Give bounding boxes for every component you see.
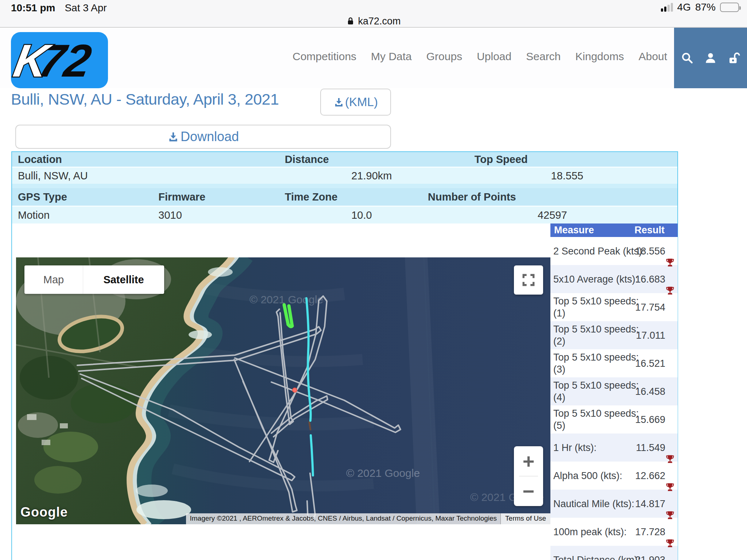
map-type-toggle: Map Satellite [24,265,164,294]
nav-kingdoms[interactable]: Kingdoms [575,50,624,63]
zoom-out-button[interactable]: − [514,477,543,506]
url-text: ka72.com [358,16,400,27]
kml-download-button[interactable]: (KML) [320,89,391,116]
google-map[interactable]: © 2021 Google © 2021 Google © 2021 Googl… [16,257,550,524]
ipad-status-chrome: 10:51 pm Sat 3 Apr 4G 87% ka72.com [0,0,747,28]
info-header-row-2: GPS Type Firmware Time Zone Number of Po… [12,188,677,206]
map-attribution: Imagery ©2021 , AEROmetrex & Jacobs, CNE… [186,513,550,524]
zoom-in-button[interactable]: + [514,446,543,476]
network-type: 4G [677,1,691,13]
trophy-icon[interactable] [665,286,676,297]
nav-competitions[interactable]: Competitions [293,50,356,63]
trophy-icon[interactable] [665,454,676,465]
firmware-value: 3010 [158,209,182,221]
satellite-view-button[interactable]: Satellite [83,265,164,294]
track-marker-dot [293,388,297,392]
col-distance-header: Distance [285,153,329,166]
distance-value: 21.90km [351,170,392,182]
col-location-header: Location [18,153,62,166]
user-account-icon[interactable] [704,51,717,65]
download-icon [333,97,344,108]
trophy-icon[interactable] [665,538,676,549]
col-points-header: Number of Points [428,191,516,203]
measure-row-100m-peak: 100m peak (kts): 17.728 [550,518,678,546]
satellite-imagery: © 2021 Google © 2021 Google © 2021 Googl… [16,257,550,524]
download-button[interactable]: Download [15,125,391,149]
measure-row-total-distance: Total Distance (km): 21.903 [550,546,678,560]
measure-row-top5-1: Top 5 5x10 speeds: (1) 17.754 [550,293,678,321]
fullscreen-button[interactable] [514,265,543,295]
date: Sat 3 Apr [65,2,107,14]
col-topspeed-header: Top Speed [475,153,528,166]
measure-column-header: Measure [550,225,594,236]
timezone-value: 10.0 [351,209,372,221]
battery-icon [720,3,739,12]
gpstype-value: Motion [18,209,50,221]
svg-text:© 2021 Google: © 2021 Google [346,467,420,479]
battery-percent: 87% [695,1,716,13]
trophy-icon[interactable] [665,482,676,493]
info-value-row-2: Motion 3010 10.0 42597 [12,207,677,223]
session-info-table: Location Distance Top Speed Bulli, NSW, … [12,152,677,223]
google-logo[interactable]: Google [20,505,68,520]
page-title: Bulli, NSW, AU - Saturday, April 3, 2021 [11,90,279,108]
topspeed-value: 18.555 [551,170,583,182]
col-timezone-header: Time Zone [285,191,338,203]
nav-my-data[interactable]: My Data [371,50,412,63]
map-zoom-control: + − [514,446,543,506]
unlock-icon[interactable] [727,51,740,65]
ssl-lock-icon [346,16,355,26]
main-navigation: Competitions My Data Groups Upload Searc… [293,50,667,63]
terms-of-use-link[interactable]: Terms of Use [500,513,550,524]
measure-row-top5-4: Top 5 5x10 speeds: (4) 16.458 [550,377,678,405]
browser-address-bar[interactable]: ka72.com [0,15,747,28]
measure-row-1hr: 1 Hr (kts): 11.549 [550,433,678,462]
map-column: © 2021 Google © 2021 Google © 2021 Googl… [12,223,550,524]
measure-row-top5-3: Top 5 5x10 speeds: (3) 16.521 [550,349,678,377]
trophy-icon[interactable] [665,258,676,269]
col-gpstype-header: GPS Type [18,191,67,203]
result-column-header: Result [634,225,665,236]
measure-row-alpha500: Alpha 500 (kts): 12.662 [550,462,678,490]
imagery-credits: Imagery ©2021 , AEROmetrex & Jacobs, CNE… [186,513,500,524]
measure-results-table: Measure Result 2 Second Peak (kts): 18.5… [550,223,678,560]
nav-search[interactable]: Search [526,50,561,63]
measure-row-top5-5: Top 5 5x10 speeds: (5) 15.669 [550,405,678,433]
nav-groups[interactable]: Groups [426,50,462,63]
measure-table-header: Measure Result [550,223,678,237]
ka72-logo[interactable]: 72 K [11,32,108,88]
search-icon[interactable] [681,51,694,65]
points-value: 42597 [538,209,567,221]
header-icon-panel [674,28,747,88]
measure-row-5x10avg: 5x10 Average (kts): 16.683 [550,265,678,293]
nav-upload[interactable]: Upload [477,50,511,63]
measure-row-nautical-mile: Nautical Mile (kts): 14.817 [550,490,678,518]
fullscreen-icon [522,273,535,287]
clock: 10:51 pm [11,2,55,14]
info-value-row-1: Bulli, NSW, AU 21.90km 18.555 [12,168,677,184]
measure-row-top5-2: Top 5 5x10 speeds: (2) 17.011 [550,321,678,349]
status-bar: 10:51 pm Sat 3 Apr 4G 87% [0,0,747,15]
col-firmware-header: Firmware [158,191,205,203]
info-header-row-1: Location Distance Top Speed [12,152,677,167]
google-watermark: © 2021 Google [249,293,323,306]
map-view-button[interactable]: Map [24,265,83,294]
location-value: Bulli, NSW, AU [18,170,88,182]
cellular-signal-icon [661,3,673,12]
measure-row-2sec: 2 Second Peak (kts): 18.556 [550,237,678,265]
site-header: 72 K Competitions My Data Groups Upload … [0,28,747,88]
nav-about[interactable]: About [639,50,667,63]
trophy-icon[interactable] [665,510,676,521]
download-icon [167,131,179,143]
session-detail-panel: Location Distance Top Speed Bulli, NSW, … [11,151,678,560]
